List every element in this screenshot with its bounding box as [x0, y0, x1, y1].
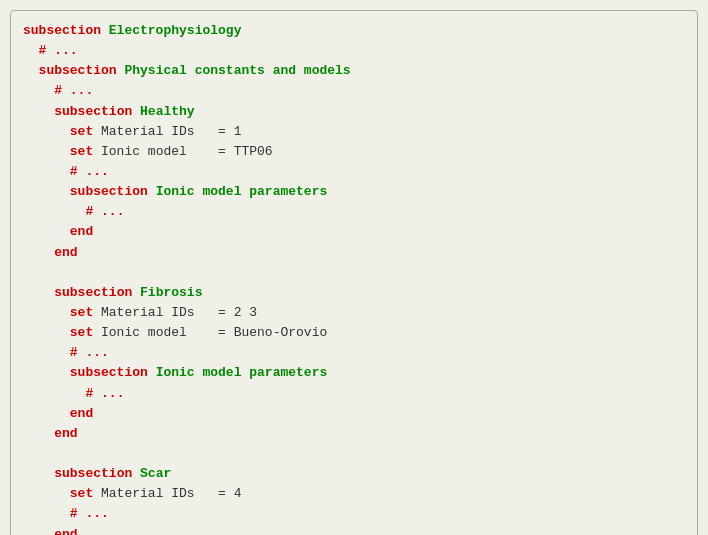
code-line: subsection Healthy	[23, 102, 685, 122]
code-line: set Material IDs = 2 3	[23, 303, 685, 323]
code-line: set Material IDs = 1	[23, 122, 685, 142]
code-window: subsection Electrophysiology # ... subse…	[10, 10, 698, 535]
code-line: subsection Scar	[23, 464, 685, 484]
code-line: # ...	[23, 343, 685, 363]
code-line: # ...	[23, 202, 685, 222]
code-line: end	[23, 424, 685, 444]
code-line: end	[23, 525, 685, 535]
code-line: subsection Electrophysiology	[23, 21, 685, 41]
code-line: subsection Fibrosis	[23, 283, 685, 303]
code-line: # ...	[23, 81, 685, 101]
code-line: # ...	[23, 504, 685, 524]
code-line	[23, 263, 685, 283]
code-line: set Ionic model = Bueno-Orovio	[23, 323, 685, 343]
code-line: # ...	[23, 162, 685, 182]
code-line: subsection Ionic model parameters	[23, 363, 685, 383]
code-line: end	[23, 243, 685, 263]
code-line: subsection Ionic model parameters	[23, 182, 685, 202]
code-line: end	[23, 404, 685, 424]
code-line: # ...	[23, 41, 685, 61]
code-block: subsection Electrophysiology # ... subse…	[23, 21, 685, 535]
code-line: subsection Physical constants and models	[23, 61, 685, 81]
code-line: set Material IDs = 4	[23, 484, 685, 504]
code-line: end	[23, 222, 685, 242]
code-line: set Ionic model = TTP06	[23, 142, 685, 162]
code-line	[23, 444, 685, 464]
code-line: # ...	[23, 384, 685, 404]
